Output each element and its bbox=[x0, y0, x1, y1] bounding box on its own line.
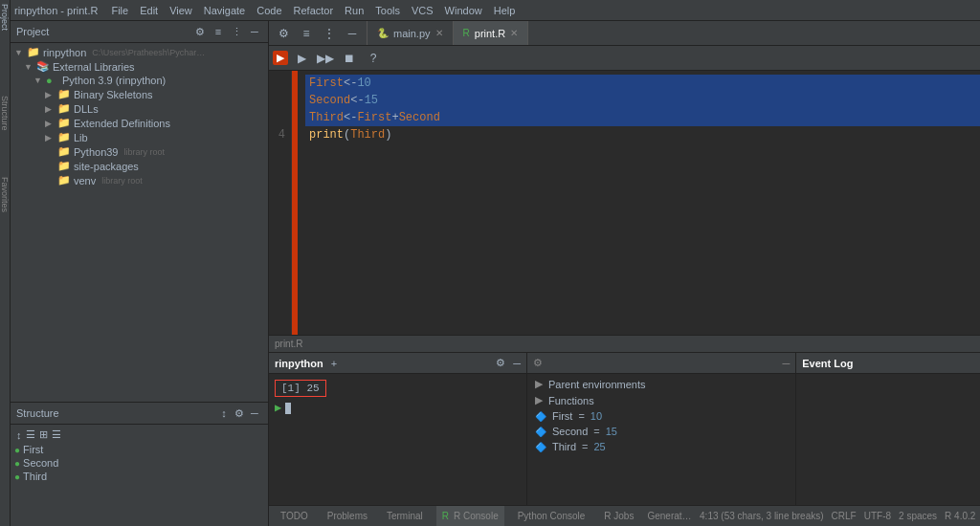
menu-edit[interactable]: Edit bbox=[134, 0, 164, 20]
status-todo[interactable]: TODO bbox=[275, 506, 314, 526]
menu-tools[interactable]: Tools bbox=[369, 0, 406, 20]
tree-item-dlls[interactable]: ▶ 📁 DLLs bbox=[11, 101, 268, 116]
tree-label-py39: Python39 bbox=[74, 146, 118, 158]
console-cursor bbox=[285, 403, 291, 414]
menu-run[interactable]: Run bbox=[339, 0, 369, 20]
structure-icon1[interactable]: ↕ bbox=[16, 429, 22, 441]
line-num-3 bbox=[273, 109, 285, 126]
tree-item-python39[interactable]: ▼ ● Python 3.9 (rinpython) bbox=[11, 74, 268, 87]
structure-icon4[interactable]: ☰ bbox=[52, 428, 61, 441]
status-right: 4:13 (53 chars, 3 line breaks) CRLF UTF-… bbox=[700, 511, 980, 521]
structure-strip-label[interactable]: Structure bbox=[0, 96, 10, 131]
toolbar-sort-btn[interactable]: ≡ bbox=[296, 23, 317, 44]
menu-vcs[interactable]: VCS bbox=[406, 0, 439, 20]
env-settings-icon[interactable]: ⚙ bbox=[533, 357, 543, 369]
run-highlight-btn[interactable]: ▶ bbox=[273, 51, 288, 65]
env-value-first: 10 bbox=[590, 410, 602, 422]
menu-refactor[interactable]: Refactor bbox=[288, 0, 340, 20]
status-problems[interactable]: Problems bbox=[322, 506, 373, 526]
console-arrow: ▶ bbox=[275, 401, 281, 415]
toolbar-minus-btn[interactable]: ─ bbox=[342, 23, 363, 44]
toolbar-help-btn[interactable]: ? bbox=[363, 48, 384, 69]
structure-item-second[interactable]: ● Second bbox=[11, 456, 268, 470]
code-line-2: Second<-15 bbox=[305, 92, 980, 109]
console-add-tab[interactable]: + bbox=[331, 358, 337, 369]
toolbar-stop-btn[interactable]: ⏹ bbox=[339, 48, 360, 69]
tree-item-py39[interactable]: 📁 Python39 library root bbox=[11, 144, 268, 159]
sidebar-collapse-icon[interactable]: ─ bbox=[247, 24, 262, 39]
toolbar-run-all-btn[interactable]: ▶▶ bbox=[315, 48, 336, 69]
structure-sort-icon[interactable]: ↕ bbox=[216, 405, 232, 421]
tree-item-lib[interactable]: ▶ 📁 Lib bbox=[11, 130, 268, 144]
app-window: Project Structure Favorites rinpython - … bbox=[0, 0, 980, 526]
code-content[interactable]: First<-10 Second<-15 Third<-First+Second… bbox=[298, 71, 980, 335]
env-collapse-icon[interactable]: ─ bbox=[782, 358, 790, 369]
env-eq-third: = bbox=[582, 441, 588, 452]
structure-collapse-icon[interactable]: ─ bbox=[247, 405, 262, 421]
status-message: Generating bin for 'RPackage(name=tram, … bbox=[647, 511, 692, 521]
console-result: [1] 25 bbox=[275, 378, 521, 399]
tree-item-venv[interactable]: 📁 venv library root bbox=[11, 173, 268, 187]
tree-arrow-binskel: ▶ bbox=[45, 90, 55, 99]
favorites-strip-label[interactable]: Favorites bbox=[0, 177, 10, 212]
code-fn-print: print bbox=[309, 128, 344, 142]
sidebar-expand-icon[interactable]: ⋮ bbox=[229, 24, 244, 39]
status-rconsole[interactable]: R R Console bbox=[436, 506, 504, 526]
console-tab-rinpython[interactable]: rinpython bbox=[275, 358, 323, 369]
status-rversion: R 4.0.2 bbox=[945, 511, 975, 521]
structure-settings-icon[interactable]: ⚙ bbox=[232, 405, 247, 421]
env-arrow-parent[interactable]: ▶ bbox=[535, 378, 543, 390]
tree-item-binskel[interactable]: ▶ 📁 Binary Skeletons bbox=[11, 87, 268, 101]
console-settings-icon[interactable]: ⚙ bbox=[496, 357, 505, 369]
event-log-tab[interactable]: Event Log bbox=[802, 358, 853, 369]
tab-mainpy[interactable]: 🐍 main.py ✕ bbox=[368, 21, 454, 45]
env-arrow-functions[interactable]: ▶ bbox=[535, 394, 543, 406]
menu-window[interactable]: Window bbox=[439, 0, 488, 20]
tab-printr-label: print.R bbox=[475, 28, 505, 39]
status-terminal[interactable]: Terminal bbox=[381, 506, 429, 526]
printr-close[interactable]: ✕ bbox=[510, 28, 518, 38]
toolbar-expand-btn[interactable]: ⋮ bbox=[319, 23, 340, 44]
problems-label: Problems bbox=[327, 511, 368, 521]
tree-item-sitepkgs[interactable]: 📁 site-packages bbox=[11, 159, 268, 173]
terminal-label: Terminal bbox=[387, 511, 423, 521]
sidebar-sort-icon[interactable]: ≡ bbox=[211, 24, 226, 39]
menu-help[interactable]: Help bbox=[488, 0, 522, 20]
tree-item-extdefs[interactable]: ▶ 📁 Extended Definitions bbox=[11, 116, 268, 130]
structure-icon3[interactable]: ⊞ bbox=[39, 428, 48, 441]
status-rjobs[interactable]: R Jobs bbox=[598, 506, 639, 526]
toolbar-settings-btn[interactable]: ⚙ bbox=[273, 23, 294, 44]
code-ref-second: Second bbox=[399, 111, 440, 124]
console-header: rinpython + ⚙ ─ bbox=[269, 353, 526, 374]
menu-file[interactable]: File bbox=[105, 0, 134, 20]
structure-item-third[interactable]: ● Third bbox=[11, 470, 268, 483]
structure-item-first[interactable]: ● First bbox=[11, 443, 268, 456]
env-label-third: Third bbox=[552, 441, 576, 452]
toolbar-run-btn[interactable]: ▶ bbox=[291, 48, 312, 69]
app-title: rinpython - print.R bbox=[14, 5, 98, 16]
structure-icon2[interactable]: ☰ bbox=[26, 428, 35, 441]
env-functions: ▶ Functions bbox=[527, 392, 795, 408]
console-close-icon[interactable]: ─ bbox=[513, 358, 521, 369]
event-log-panel: Event Log ⚙ ─ bbox=[796, 353, 980, 505]
menu-view[interactable]: View bbox=[164, 0, 198, 20]
python-icon-python39: ● bbox=[46, 75, 59, 86]
console-prompt: ▶ bbox=[275, 401, 521, 415]
project-strip-label[interactable]: Project bbox=[0, 4, 10, 31]
code-op-1: <- bbox=[344, 77, 357, 90]
structure-label-second: Second bbox=[23, 457, 58, 469]
tree-item-extlibs[interactable]: ▼ 📚 External Libraries bbox=[11, 59, 268, 74]
menu-code[interactable]: Code bbox=[251, 0, 287, 20]
status-pyconsole[interactable]: Python Console bbox=[512, 506, 591, 526]
sidebar-settings-icon[interactable]: ⚙ bbox=[192, 24, 208, 39]
line-num-1 bbox=[273, 75, 285, 92]
folder-icon-root: 📁 bbox=[27, 46, 40, 58]
tree-label-venv: venv bbox=[74, 175, 96, 186]
event-log-header: Event Log ⚙ ─ bbox=[796, 353, 980, 374]
env-icon-third: 🔷 bbox=[535, 442, 546, 452]
tree-item-root[interactable]: ▼ 📁 rinpython C:\Users\Pratheesh\Pycharm… bbox=[11, 45, 268, 59]
printr-icon: R bbox=[463, 28, 470, 38]
tab-printr[interactable]: R print.R ✕ bbox=[454, 21, 529, 45]
mainpy-close[interactable]: ✕ bbox=[435, 28, 443, 38]
menu-navigate[interactable]: Navigate bbox=[198, 0, 251, 20]
